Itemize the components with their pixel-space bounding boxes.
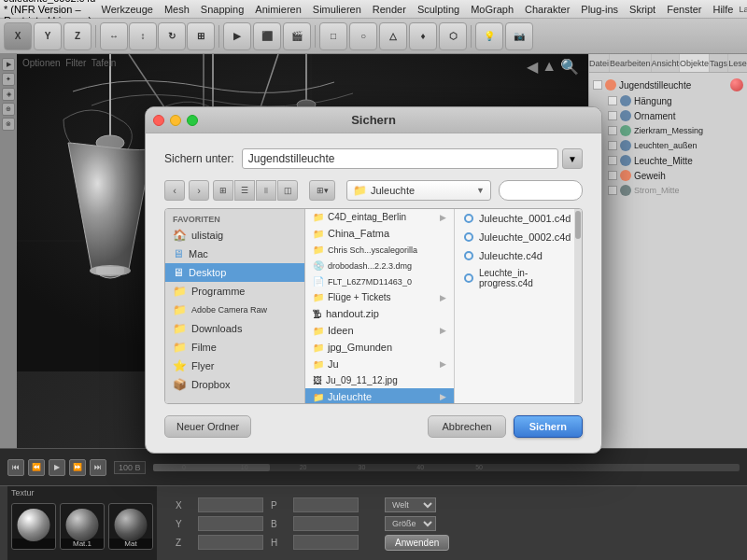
folder-filme-icon: 📁 (173, 341, 187, 354)
extra-btn[interactable]: ⊞▾ (309, 180, 335, 201)
arrow-icon-4: ▶ (440, 359, 446, 369)
filename-input[interactable] (242, 148, 558, 169)
folder-ju-icon: 📁 (313, 359, 324, 370)
file-chris[interactable]: 📁 Chris Sch...yscalegorilla (305, 242, 454, 258)
new-folder-button[interactable]: Neuer Ordner (164, 415, 251, 438)
confirm-buttons: Abbrechen Sichern (428, 415, 583, 438)
file-area: FAVORITEN 🏠 ulistaig 🖥 Mac 🖥 Desktop (164, 208, 583, 404)
c4d-icon-4 (462, 272, 475, 285)
arrow-icon-2: ▶ (440, 293, 446, 302)
dialog-titlebar: Sichern (146, 107, 601, 133)
file-flt-icon: 📄 (313, 276, 324, 287)
file-juleuchte[interactable]: 📁 Juleuchte ▶ (305, 388, 454, 403)
view-cover-btn[interactable]: ◫ (277, 180, 298, 201)
fav-ulistaig[interactable]: 🏠 ulistaig (165, 226, 304, 245)
fav-mac[interactable]: 🖥 Mac (165, 245, 304, 263)
folder-adobe-icon: 📁 (173, 303, 187, 316)
fav-downloads[interactable]: 📁 Downloads (165, 319, 304, 338)
dialog-title: Sichern (351, 113, 396, 127)
close-button[interactable] (153, 115, 164, 126)
file-ju-jpg[interactable]: 🖼 Ju_09_11_12.jpg (305, 372, 454, 388)
dmg-icon: 💿 (313, 260, 324, 271)
desktop-icon: 🖥 (173, 266, 184, 279)
folder-icon: 📁 (353, 184, 367, 197)
traffic-lights (153, 115, 198, 126)
forward-button[interactable]: › (189, 180, 209, 201)
file-china-fatma[interactable]: 📁 China_Fatma (305, 225, 454, 242)
save-as-label: Sichern unter: (164, 152, 234, 165)
dialog-buttons: Neuer Ordner Abbrechen Sichern (164, 415, 583, 438)
c4d-icon-3 (462, 249, 475, 262)
file-jpg-gmunden[interactable]: 📁 jpg_Gmunden (305, 339, 454, 356)
jpg-file-icon: 🖼 (313, 375, 322, 385)
minimize-button[interactable] (170, 115, 181, 126)
c4d-icon-1 (462, 212, 475, 225)
fav-filme[interactable]: 📁 Filme (165, 338, 304, 357)
folder-dropdown[interactable]: 📁 Juleuchte ▼ (346, 180, 491, 201)
fav-dropbox[interactable]: 📦 Dropbox (165, 375, 304, 394)
folder-ideen-icon: 📁 (313, 326, 324, 336)
file-ideen[interactable]: 📁 Ideen ▶ (305, 322, 454, 339)
right-files-list: Juleuchte_0001.c4d Juleuchte_0002.c4d (455, 209, 574, 403)
file-leuchte-progress[interactable]: Leuchte_in-progress.c4d (455, 265, 574, 291)
chevron-down-icon: ▼ (476, 186, 485, 195)
file-drobodash[interactable]: 💿 drobodash...2.2.3.dmg (305, 258, 454, 273)
folder-jpg-icon: 📁 (313, 343, 324, 353)
save-as-row: Sichern unter: ▼ (164, 148, 583, 169)
arrow-icon-5: ▶ (440, 392, 446, 401)
view-columns-btn[interactable]: ⫴ (256, 180, 276, 201)
cancel-button[interactable]: Abbrechen (428, 415, 505, 438)
scroll-thumb (575, 211, 581, 239)
left-files-list: 📁 C4D_eintag_Berlin ▶ 📁 China_Fatma 📁 Ch… (305, 209, 455, 403)
computer-icon: 🖥 (173, 247, 184, 260)
fav-adobe[interactable]: 📁 Adobe Camera Raw (165, 301, 304, 319)
favorites-pane: FAVORITEN 🏠 ulistaig 🖥 Mac 🖥 Desktop (165, 209, 305, 403)
back-button[interactable]: ‹ (164, 180, 185, 201)
dropbox-icon: 📦 (173, 378, 187, 391)
search-input[interactable] (499, 180, 583, 201)
expand-button[interactable]: ▼ (562, 148, 583, 169)
file-juleuchte-c4d[interactable]: Juleuchte.c4d (455, 246, 574, 265)
file-ju[interactable]: 📁 Ju ▶ (305, 356, 454, 372)
arrow-icon-1: ▶ (440, 213, 446, 222)
file-fluege[interactable]: 📁 Flüge + Tickets ▶ (305, 289, 454, 305)
file-juleuchte-0002[interactable]: Juleuchte_0002.c4d (455, 228, 574, 246)
fav-programme[interactable]: 📁 Programme (165, 282, 304, 301)
view-buttons: ⊞ ☰ ⫴ ◫ (213, 180, 298, 201)
folder-c4d-icon: 📁 (313, 212, 324, 222)
scrollbar[interactable] (574, 209, 582, 403)
save-button[interactable]: Sichern (514, 415, 583, 438)
arrow-icon-3: ▶ (440, 326, 446, 335)
house-icon: 🏠 (173, 229, 187, 242)
folder-fluege-icon: 📁 (313, 292, 324, 302)
file-c4d-eintag[interactable]: 📁 C4D_eintag_Berlin ▶ (305, 209, 454, 225)
folder-programme-icon: 📁 (173, 285, 187, 298)
view-icon-btn[interactable]: ⊞ (213, 180, 233, 201)
fav-flyer[interactable]: ⭐ Flyer (165, 357, 304, 375)
file-flt[interactable]: 📄 FLT_L6Z7MD11463_0 (305, 273, 454, 289)
folder-downloads-icon: 📁 (173, 322, 187, 335)
file-juleuchte-0001[interactable]: Juleuchte_0001.c4d (455, 209, 574, 228)
fav-desktop[interactable]: 🖥 Desktop (165, 263, 304, 282)
folder-chris-icon: 📁 (313, 245, 324, 255)
modal-overlay: Sichern Sichern unter: ▼ ‹ › ⊞ ☰ ⫴ ◫ (0, 0, 747, 560)
files-pane: 📁 C4D_eintag_Berlin ▶ 📁 China_Fatma 📁 Ch… (305, 209, 582, 403)
view-list-btn[interactable]: ☰ (234, 180, 255, 201)
folder-china-icon: 📁 (313, 229, 324, 239)
folder-juleuchte-icon: 📁 (313, 392, 324, 402)
folder-name: Juleuchte (371, 185, 472, 196)
c4d-icon-2 (462, 231, 475, 244)
favorites-title: FAVORITEN (165, 209, 304, 226)
extra-view-btn: ⊞▾ (309, 180, 335, 201)
star-icon: ⭐ (173, 359, 187, 372)
save-dialog: Sichern Sichern unter: ▼ ‹ › ⊞ ☰ ⫴ ◫ (145, 106, 602, 454)
nav-row: ‹ › ⊞ ☰ ⫴ ◫ ⊞▾ 📁 Juleuchte ▼ (164, 180, 583, 201)
zip-icon: 🗜 (313, 309, 322, 319)
maximize-button[interactable] (187, 115, 198, 126)
file-handout[interactable]: 🗜 handout.zip (305, 305, 454, 322)
dialog-body: Sichern unter: ▼ ‹ › ⊞ ☰ ⫴ ◫ ⊞▾ (146, 133, 601, 453)
